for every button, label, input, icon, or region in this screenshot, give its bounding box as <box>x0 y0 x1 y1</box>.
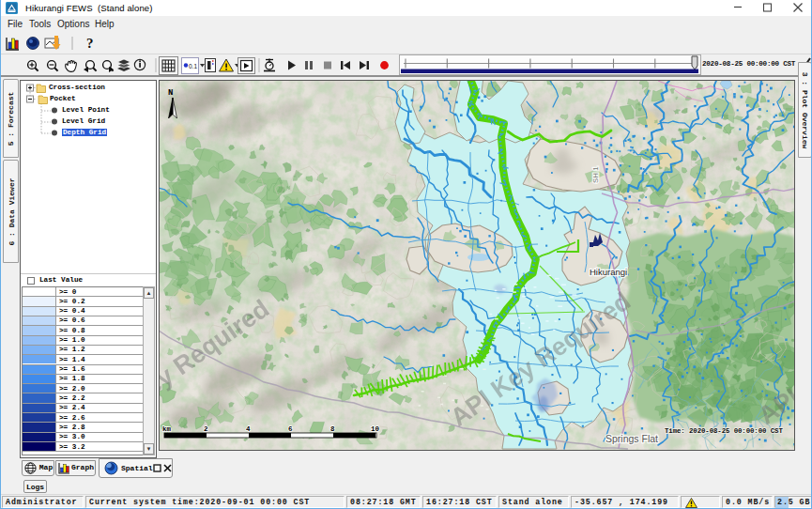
svg-text:8: 8 <box>330 425 335 433</box>
svg-text:Hikurangi: Hikurangi <box>590 267 627 277</box>
svg-text:?: ? <box>86 36 94 51</box>
svg-text:Time: 2020-08-25 00:00:00 CST: Time: 2020-08-25 00:00:00 CST <box>665 427 783 435</box>
svg-text:0.1: 0.1 <box>189 63 197 69</box>
svg-text:N: N <box>168 88 173 98</box>
svg-text:km: km <box>162 425 172 433</box>
svg-text:6: 6 <box>288 425 293 433</box>
svg-text:10: 10 <box>371 425 380 433</box>
svg-text:4: 4 <box>246 425 251 433</box>
svg-text:SH 1: SH 1 <box>591 166 600 183</box>
svg-text:2: 2 <box>204 425 208 433</box>
svg-text:Springs Flat: Springs Flat <box>605 433 658 444</box>
